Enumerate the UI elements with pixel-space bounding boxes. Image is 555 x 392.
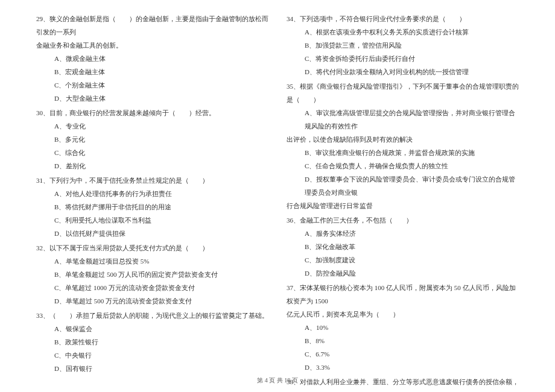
q35-continuation: 出评价，以使合规缺陷得到及时有效的解决	[287, 133, 519, 146]
q31-opt-c: C、利用受托人地位谋取不当利益	[36, 213, 268, 227]
q36-opt-d: D、防控金融风险	[287, 267, 519, 280]
q37-opt-b: B、8%	[287, 334, 519, 347]
q34-opt-d: D、将代付同业款项全额纳入对同业机构的统一授信管理	[287, 65, 519, 78]
question-34: 34、下列选项中，不符合银行同业代付业务要求的是（ ） A、根据在该项业务中权利…	[287, 12, 519, 78]
q35-opt-b: B、审议批准商业银行的合规政策，并监督合规政策的实施	[287, 146, 519, 159]
q33-opt-b: B、政策性银行	[36, 335, 268, 349]
q35-stem: 35、根据《商业银行合规风险管理指引》，下列不属于董事会的合规管理职责的是（ ）	[287, 80, 519, 106]
question-33: 33、（ ）承担了最后贷款人的职能，为现代意义上的银行监管奠定了基础。 A、银保…	[36, 309, 268, 375]
q36-opt-a: A、服务实体经济	[287, 227, 519, 240]
q29-opt-a: A、微观金融主体	[36, 52, 268, 65]
q37-opt-c: C、6.7%	[287, 347, 519, 361]
content-area: 29、狭义的金融创新是指（ ）的金融创新，主要是指由于金融管制的放松而引发的一系…	[36, 12, 519, 368]
q30-stem: 30、目前，商业银行的经营发展越来越倾向于（ ）经营。	[36, 106, 268, 119]
q30-opt-d: D、差别化	[36, 159, 268, 172]
q34-opt-c: C、将资金拆给委托行后由委托行自付	[287, 52, 519, 65]
question-32: 32、以下不属于应当采用贷款人受托支付方式的是（ ） A、单笔金额超过项目总投资…	[36, 241, 268, 308]
q29-stem: 29、狭义的金融创新是指（ ）的金融创新，主要是指由于金融管制的放松而引发的一系…	[36, 12, 268, 39]
q31-opt-d: D、以信托财产提供担保	[36, 227, 268, 240]
q34-stem: 34、下列选项中，不符合银行同业代付业务要求的是（ ）	[287, 12, 519, 25]
q29-opt-c: C、个别金融主体	[36, 78, 268, 92]
q35-opt-a-prefix: A、审议批准高级管理层提交的合规风险管理报告，并对商业银行管理合规风险的有效性作	[287, 106, 519, 133]
page-footer: 第 4 页 共 18 页	[0, 376, 555, 385]
q37-opt-d: D、3.3%	[287, 361, 519, 374]
question-37: 37、宋体某银行的核心资本为 100 亿人民币，附属资本为 50 亿人民币，风险…	[287, 281, 519, 374]
q31-stem: 31、下列行为中，不属于信托业务禁止性规定的是（ ）	[36, 174, 268, 187]
q36-stem: 36、金融工作的三大任务，不包括（ ）	[287, 213, 519, 227]
q36-opt-c: C、加强制度建设	[287, 253, 519, 267]
left-column: 29、狭义的金融创新是指（ ）的金融创新，主要是指由于金融管制的放松而引发的一系…	[36, 12, 268, 368]
q32-opt-a: A、单笔金额超过项目总投资 5%	[36, 254, 268, 268]
q29-opt-b: B、宏观金融主体	[36, 65, 268, 78]
q33-stem: 33、（ ）承担了最后贷款人的职能，为现代意义上的银行监管奠定了基础。	[36, 309, 268, 322]
q35-opt-d: D、授权董事会下设的风险管理委员会、审计委员会或专门设立的合规管理委员会对商业银	[287, 172, 519, 199]
question-35: 35、根据《商业银行合规风险管理指引》，下列不属于董事会的合规管理职责的是（ ）…	[287, 80, 519, 212]
right-column: 34、下列选项中，不符合银行同业代付业务要求的是（ ） A、根据在该项业务中权利…	[287, 12, 519, 368]
q35-continuation2: 行合规风险管理进行日常监督	[287, 199, 519, 212]
q30-opt-c: C、综合化	[36, 146, 268, 159]
q30-opt-a: A、专业化	[36, 119, 268, 133]
q32-stem: 32、以下不属于应当采用贷款人受托支付方式的是（ ）	[36, 241, 268, 254]
q31-opt-b: B、将信托财产挪用于非信托目的的用途	[36, 200, 268, 213]
q31-opt-a: A、对他人处理信托事务的行为承担责任	[36, 187, 268, 200]
q33-opt-d: D、国有银行	[36, 362, 268, 375]
q33-opt-a: A、银保监会	[36, 322, 268, 335]
q32-opt-b: B、单笔金额超过 500 万人民币的固定资产贷款资金支付	[36, 268, 268, 281]
q29-stem2: 金融业务和金融工具的创新。	[36, 39, 268, 52]
q37-stem: 37、宋体某银行的核心资本为 100 亿人民币，附属资本为 50 亿人民币，风险…	[287, 281, 519, 308]
q34-opt-b: B、加强贷款三查，管控信用风险	[287, 39, 519, 52]
question-36: 36、金融工作的三大任务，不包括（ ） A、服务实体经济 B、深化金融改革 C、…	[287, 213, 519, 280]
q36-opt-b: B、深化金融改革	[287, 240, 519, 253]
q37-stem2: 亿元人民币，则资本充足率为（ ）	[287, 308, 519, 321]
q29-opt-d: D、大型金融主体	[36, 92, 268, 105]
question-31: 31、下列行为中，不属于信托业务禁止性规定的是（ ） A、对他人处理信托事务的行…	[36, 174, 268, 240]
question-30: 30、目前，商业银行的经营发展越来越倾向于（ ）经营。 A、专业化 B、多元化 …	[36, 106, 268, 172]
q32-opt-d: D、单笔超过 500 万元的流动资金贷款资金支付	[36, 294, 268, 308]
q33-opt-c: C、中央银行	[36, 349, 268, 362]
q35-opt-c: C、任命合规负责人，并确保合规负责人的独立性	[287, 159, 519, 172]
q30-opt-b: B、多元化	[36, 133, 268, 146]
q32-opt-c: C、单笔超过 1000 万元的流动资金贷款资金支付	[36, 281, 268, 294]
q34-opt-a: A、根据在该项业务中权利义务关系的实质进行会计核算	[287, 25, 519, 39]
question-29: 29、狭义的金融创新是指（ ）的金融创新，主要是指由于金融管制的放松而引发的一系…	[36, 12, 268, 105]
q37-opt-a: A、10%	[287, 321, 519, 334]
